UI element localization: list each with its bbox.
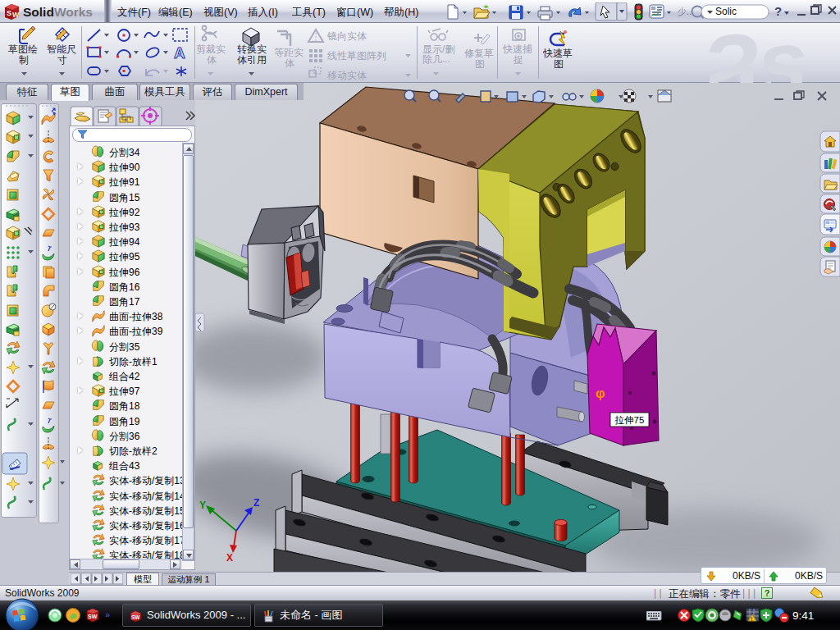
svg-text:除几...: 除几...	[422, 53, 450, 65]
svg-text:快速捕: 快速捕	[502, 43, 532, 55]
svg-text:制: 制	[19, 54, 29, 66]
svg-text:图: 图	[554, 58, 564, 70]
svg-text:镜向实体: 镜向实体	[326, 30, 367, 42]
svg-text:W: W	[12, 11, 20, 19]
svg-text:拉伸75: 拉伸75	[614, 415, 645, 425]
svg-text:智能尺: 智能尺	[47, 43, 76, 55]
svg-text:Z: Z	[253, 497, 259, 509]
svg-text:Solic: Solic	[715, 6, 737, 17]
svg-text:体: 体	[285, 57, 294, 69]
svg-text:线性草图阵列: 线性草图阵列	[327, 50, 386, 62]
svg-text:»: »	[105, 609, 110, 619]
svg-text:Ȝs: Ȝs	[697, 23, 810, 83]
svg-text:少..: 少..	[678, 7, 692, 16]
svg-text:SW: SW	[131, 614, 140, 620]
svg-text:草图绘: 草图绘	[8, 43, 38, 55]
svg-text:转换实: 转换实	[237, 43, 267, 55]
svg-text:修复草: 修复草	[464, 48, 494, 59]
svg-text:?: ?	[774, 4, 782, 18]
svg-text:捉: 捉	[513, 54, 523, 66]
svg-text:φ: φ	[596, 386, 605, 400]
svg-text:A: A	[174, 44, 185, 62]
svg-text:寸: 寸	[57, 54, 67, 66]
svg-text:移动实体: 移动实体	[327, 70, 367, 81]
svg-text:X: X	[226, 552, 233, 564]
svg-text:SW: SW	[88, 614, 98, 619]
svg-text:S: S	[7, 9, 11, 17]
svg-text:Y: Y	[199, 500, 206, 511]
svg-text:等距实: 等距实	[274, 47, 304, 58]
svg-text:体: 体	[207, 54, 217, 66]
svg-text:!: !	[751, 616, 753, 622]
svg-text:体引用: 体引用	[237, 54, 267, 66]
svg-text:剪裁实: 剪裁实	[196, 43, 226, 55]
svg-text:快速草: 快速草	[542, 48, 573, 59]
svg-text:图: 图	[475, 58, 485, 70]
